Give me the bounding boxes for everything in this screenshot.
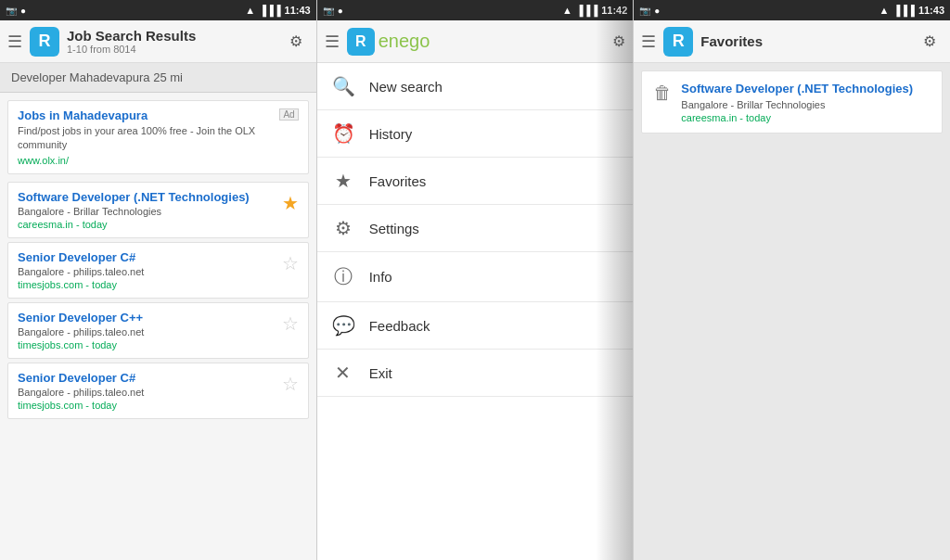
fav-content-0: Software Developer (.NET Technologies) B… — [681, 81, 931, 123]
status-left-1: 📷 ● — [6, 6, 26, 16]
ad-badge: Ad — [279, 108, 298, 121]
menu-label-exit: Exit — [369, 365, 392, 381]
ad-card[interactable]: Ad Jobs in Mahadevapura Find/post jobs i… — [7, 100, 309, 174]
status-bar-2: 📷 ● ▲ ▐▐▐ 11:42 — [317, 0, 634, 20]
menu-label-info: Info — [369, 269, 392, 285]
result-location-0: Bangalore - Brillar Technologies — [18, 206, 276, 217]
renego-logo: R enego — [347, 28, 430, 56]
wifi-icon-3: ▲ — [879, 5, 890, 16]
search-icon: 🔍 — [332, 75, 354, 97]
camera-icon-3: 📷 — [639, 6, 650, 16]
favorites-list: 🗑 Software Developer (.NET Technologies)… — [634, 63, 950, 560]
ad-link[interactable]: www.olx.in/ — [18, 155, 299, 166]
menu-item-settings[interactable]: ⚙ Settings — [317, 205, 634, 252]
menu-item-feedback[interactable]: 💬 Feedback — [317, 302, 634, 350]
camera-icon: 📷 — [6, 6, 17, 16]
result-list: Ad Jobs in Mahadevapura Find/post jobs i… — [0, 93, 316, 560]
result-source-1: timesjobs.com - today — [18, 279, 276, 290]
menu-label-feedback: Feedback — [369, 318, 430, 334]
result-item-1[interactable]: Senior Developer C# Bangalore - philips.… — [7, 242, 309, 299]
app-bar-1: ☰ R Job Search Results 1-10 from 8014 ⚙ — [0, 20, 316, 63]
hamburger-icon-1[interactable]: ☰ — [7, 32, 22, 52]
star-menu-icon: ★ — [332, 170, 354, 192]
signal-icon-2: ▐▐▐ — [576, 5, 597, 16]
status-bar-3: 📷 ● ▲ ▐▐▐ 11:43 — [634, 0, 950, 20]
trash-icon[interactable]: 🗑 — [653, 83, 672, 104]
result-title-1: Senior Developer C# — [18, 250, 276, 264]
fav-location-0: Bangalore - Brillar Technologies — [681, 99, 931, 110]
star-icon-1[interactable]: ☆ — [282, 252, 299, 274]
logo-box-2: R — [347, 28, 375, 56]
menu-item-new-search[interactable]: 🔍 New search — [317, 63, 634, 110]
dot-icon: ● — [20, 6, 26, 16]
menu-item-info[interactable]: ⓘ Info — [317, 252, 634, 302]
menu-list: 🔍 New search ⏰ History ★ Favorites ⚙ Set… — [317, 63, 634, 560]
status-right-1: ▲ ▐▐▐ 11:43 — [245, 5, 310, 16]
menu-item-exit[interactable]: ✕ Exit — [317, 350, 634, 397]
app-title-3: Favorites — [700, 33, 909, 49]
result-location-3: Bangalore - philips.taleo.net — [18, 387, 276, 398]
filter-button-3[interactable]: ⚙ — [917, 29, 943, 55]
menu-label-favorites: Favorites — [369, 173, 427, 189]
panel-menu: 📷 ● ▲ ▐▐▐ 11:42 ☰ R enego ⚙ 🔍 New search… — [317, 0, 635, 560]
filter-icon-2[interactable]: ⚙ — [612, 32, 625, 50]
status-left-3: 📷 ● — [639, 6, 660, 16]
title-main-3: Favorites — [700, 33, 909, 49]
menu-item-favorites[interactable]: ★ Favorites — [317, 158, 634, 205]
exit-icon: ✕ — [332, 362, 354, 384]
result-source-3: timesjobs.com - today — [18, 400, 276, 411]
wifi-icon-1: ▲ — [245, 5, 255, 16]
ad-title: Jobs in Mahadevapura — [18, 108, 299, 122]
star-icon-3[interactable]: ☆ — [282, 373, 299, 395]
time-1: 11:43 — [285, 5, 311, 16]
status-right-2: ▲ ▐▐▐ 11:42 — [562, 5, 627, 16]
panel-favorites: 📷 ● ▲ ▐▐▐ 11:43 ☰ R Favorites ⚙ 🗑 Softwa… — [634, 0, 950, 560]
info-icon: ⓘ — [332, 264, 354, 289]
app-logo-3: R — [663, 27, 693, 57]
filter-button-1[interactable]: ⚙ — [283, 29, 309, 55]
gear-icon: ⚙ — [332, 217, 354, 239]
signal-icon-3: ▐▐▐ — [892, 5, 914, 16]
result-item-2[interactable]: Senior Developer C++ Bangalore - philips… — [7, 302, 309, 359]
app-bar-2: ☰ R enego ⚙ — [317, 20, 634, 63]
result-location-2: Bangalore - philips.taleo.net — [18, 326, 276, 337]
title-sub-1: 1-10 from 8014 — [67, 44, 276, 55]
result-item-0[interactable]: Software Developer (.NET Technologies) B… — [7, 182, 309, 238]
fav-source-0: careesma.in - today — [681, 112, 931, 123]
camera-icon-2: 📷 — [323, 6, 334, 16]
star-icon-0[interactable]: ★ — [282, 192, 299, 214]
result-source-2: timesjobs.com - today — [18, 339, 276, 350]
result-title-0: Software Developer (.NET Technologies) — [18, 190, 276, 204]
time-3: 11:43 — [918, 5, 944, 16]
app-title-1: Job Search Results 1-10 from 8014 — [67, 28, 276, 55]
signal-icon-1: ▐▐▐ — [259, 5, 280, 16]
hamburger-icon-3[interactable]: ☰ — [641, 32, 656, 52]
menu-item-history[interactable]: ⏰ History — [317, 110, 634, 158]
search-header: Developer Mahadevapura 25 mi — [0, 63, 316, 93]
menu-label-history: History — [369, 126, 413, 142]
result-content-1: Senior Developer C# Bangalore - philips.… — [18, 250, 276, 290]
app-logo-1: R — [30, 27, 59, 57]
dot-icon-2: ● — [338, 6, 343, 16]
logo-text-2: enego — [379, 31, 430, 52]
ad-desc: Find/post jobs in your area 100% free - … — [18, 124, 299, 153]
star-icon-2[interactable]: ☆ — [282, 312, 299, 335]
fav-card-0[interactable]: 🗑 Software Developer (.NET Technologies)… — [641, 70, 943, 134]
status-right-3: ▲ ▐▐▐ 11:43 — [879, 5, 944, 16]
result-title-3: Senior Developer C# — [18, 371, 276, 385]
result-content-3: Senior Developer C# Bangalore - philips.… — [18, 371, 276, 411]
menu-label-new-search: New search — [369, 79, 443, 95]
hamburger-icon-2[interactable]: ☰ — [325, 32, 340, 52]
title-main-1: Job Search Results — [67, 28, 276, 44]
dot-icon-3: ● — [654, 6, 660, 16]
result-content-0: Software Developer (.NET Technologies) B… — [18, 190, 276, 230]
clock-icon: ⏰ — [332, 122, 354, 145]
wifi-icon-2: ▲ — [562, 5, 572, 16]
status-left-2: 📷 ● — [323, 6, 343, 16]
menu-label-settings: Settings — [369, 221, 419, 236]
result-location-1: Bangalore - philips.taleo.net — [18, 266, 276, 277]
panel-job-search: 📷 ● ▲ ▐▐▐ 11:43 ☰ R Job Search Results 1… — [0, 0, 317, 560]
result-item-3[interactable]: Senior Developer C# Bangalore - philips.… — [7, 363, 309, 419]
feedback-icon: 💬 — [332, 314, 354, 337]
result-content-2: Senior Developer C++ Bangalore - philips… — [18, 311, 276, 350]
